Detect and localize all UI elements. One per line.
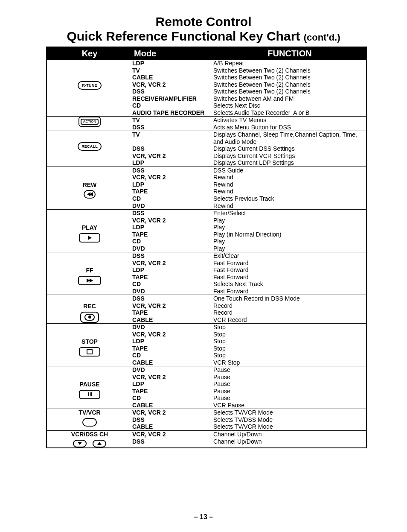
key-label: PLAY: [47, 224, 132, 231]
table-row: TV/VCRVCR, VCR 2DSSCABLESelects TV/VCR M…: [47, 409, 366, 431]
action-icon: ACTION: [78, 117, 101, 126]
mode-line: DSS: [132, 416, 213, 424]
mode-line: CD: [132, 195, 213, 202]
mode-cell: TV DSSVCR, VCR 2LDP: [132, 131, 213, 167]
mode-line: CABLE: [132, 402, 213, 409]
tv-vcr-icon: [82, 418, 97, 427]
title-block: Remote Control Quick Reference Functiona…: [0, 0, 407, 43]
function-line: Fast Forward: [213, 266, 366, 274]
table-row: ACTIONTVDSSActivates TV MenusActs as Men…: [47, 117, 366, 131]
function-line: and Audio Mode: [213, 138, 366, 146]
function-line: Record: [213, 302, 366, 310]
key-cell: PLAY: [47, 210, 132, 252]
function-line: Displays Current VCR Settings: [213, 152, 366, 160]
mode-line: LDP: [132, 159, 213, 167]
key-cell: VCR/DSS CH: [47, 431, 132, 447]
function-cell: Enter/SelectPlayPlayPlay (in Normal Dire…: [213, 210, 366, 252]
mode-line: VCR, VCR 2: [132, 302, 213, 310]
key-icon-wrap: RECALL: [47, 142, 132, 151]
mode-cell: DSSVCR, VCR 2LDPTAPECDDVD: [132, 167, 213, 209]
function-line: Stop: [213, 338, 366, 345]
function-line: VCR Stop: [213, 359, 366, 366]
key-cell: STOP: [47, 324, 132, 366]
function-line: Pause: [213, 380, 366, 388]
mode-line: CABLE: [132, 359, 213, 366]
function-line: Switches Between Two (2) Channels: [213, 67, 366, 74]
mode-cell: DSSVCR, VCR 2TAPECABLE: [132, 295, 213, 324]
mode-line: VCR, VCR 2: [132, 374, 213, 381]
function-line: Displays Current DSS Settings: [213, 145, 366, 152]
table-row: RECDSSVCR, VCR 2TAPECABLEOne Touch Recor…: [47, 295, 366, 324]
mode-line: CD: [132, 102, 213, 109]
mode-line: DSS: [132, 88, 213, 95]
key-label: STOP: [47, 338, 132, 345]
function-line: Play: [213, 238, 366, 245]
mode-line: [132, 138, 213, 146]
mode-line: CD: [132, 238, 213, 245]
mode-line: CABLE: [132, 74, 213, 81]
mode-line: VCR, VCR 2: [132, 174, 213, 181]
function-cell: Displays Channel, Sleep Time,Channel Cap…: [213, 131, 366, 167]
function-line: Selects Next Track: [213, 281, 366, 288]
function-line: Stop: [213, 331, 366, 338]
function-line: Switches between AM and FM: [213, 95, 366, 102]
mode-line: TAPE: [132, 345, 213, 352]
mode-line: DVD: [132, 202, 213, 210]
page-number: – 13 –: [0, 513, 407, 521]
function-line: Record: [213, 309, 366, 316]
function-cell: PausePausePausePausePauseVCR Pause: [213, 366, 366, 409]
mode-line: LDP: [132, 60, 213, 67]
fast-forward-icon: [78, 276, 101, 285]
function-cell: A/B RepeatSwitches Between Two (2) Chann…: [213, 60, 366, 117]
key-icon-wrap: [47, 276, 132, 285]
mode-line: VCR, VCR 2: [132, 152, 213, 160]
function-line: Activates TV Menus: [213, 117, 366, 124]
mode-line: CABLE: [132, 316, 213, 324]
function-line: Play: [213, 224, 366, 231]
mode-line: LDP: [132, 224, 213, 231]
key-label: REC: [47, 303, 132, 310]
mode-line: LDP: [132, 181, 213, 188]
function-line: Rewind: [213, 181, 366, 188]
mode-line: VCR, VCR 2: [132, 81, 213, 88]
mode-line: TAPE: [132, 188, 213, 195]
mode-line: VCR, VCR 2: [132, 260, 213, 267]
mode-cell: VCR, VCR 2DSSCABLE: [132, 409, 213, 431]
table-row: PAUSEDVDVCR, VCR 2LDPTAPECDCABLEPausePau…: [47, 366, 366, 409]
table-row: R-TUNELDPTVCABLEVCR, VCR 2DSSRECEIVER/AM…: [47, 60, 366, 117]
function-line: Exit/Clear: [213, 252, 366, 260]
mode-line: DSS: [132, 295, 213, 302]
mode-line: VCR, VCR 2: [132, 431, 213, 438]
stop-icon: [79, 347, 100, 357]
mode-cell: LDPTVCABLEVCR, VCR 2DSSRECEIVER/AMPLIFIE…: [132, 60, 213, 117]
mode-line: DVD: [132, 324, 213, 331]
mode-line: CD: [132, 395, 213, 402]
mode-line: TV: [132, 117, 213, 124]
play-icon: [79, 233, 100, 243]
rtune-icon: R-TUNE: [78, 81, 102, 90]
mode-line: DVD: [132, 366, 213, 374]
key-label: VCR/DSS CH: [47, 431, 132, 438]
mode-line: DVD: [132, 245, 213, 252]
function-cell: Exit/ClearFast ForwardFast ForwardFast F…: [213, 252, 366, 295]
key-cell: FF: [47, 252, 132, 295]
function-line: One Touch Record in DSS Mode: [213, 295, 366, 302]
function-line: Play: [213, 217, 366, 224]
function-line: Stop: [213, 352, 366, 359]
table-row: VCR/DSS CHVCR, VCR 2DSSChannel Up/DownCh…: [47, 431, 366, 447]
function-line: DSS Guide: [213, 167, 366, 174]
mode-line: TAPE: [132, 309, 213, 316]
mode-cell: DVDVCR, VCR 2LDPTAPECDCABLE: [132, 366, 213, 409]
function-line: Channel Up/Down: [213, 431, 366, 438]
function-line: Pause: [213, 388, 366, 395]
table-row: FFDSSVCR, VCR 2LDPTAPECDDVDExit/ClearFas…: [47, 252, 366, 295]
chart-frame: Key Mode FUNCTION R-TUNELDPTVCABLEVCR, V…: [46, 47, 367, 448]
table-row: RECALLTV DSSVCR, VCR 2LDPDisplays Channe…: [47, 131, 366, 167]
mode-line: DSS: [132, 124, 213, 131]
page: Remote Control Quick Reference Functiona…: [0, 0, 407, 532]
key-cell: ACTION: [47, 117, 132, 131]
key-cell: PAUSE: [47, 366, 132, 409]
key-cell: RECALL: [47, 131, 132, 167]
key-icon-wrap: [47, 390, 132, 399]
mode-line: VCR, VCR 2: [132, 217, 213, 224]
